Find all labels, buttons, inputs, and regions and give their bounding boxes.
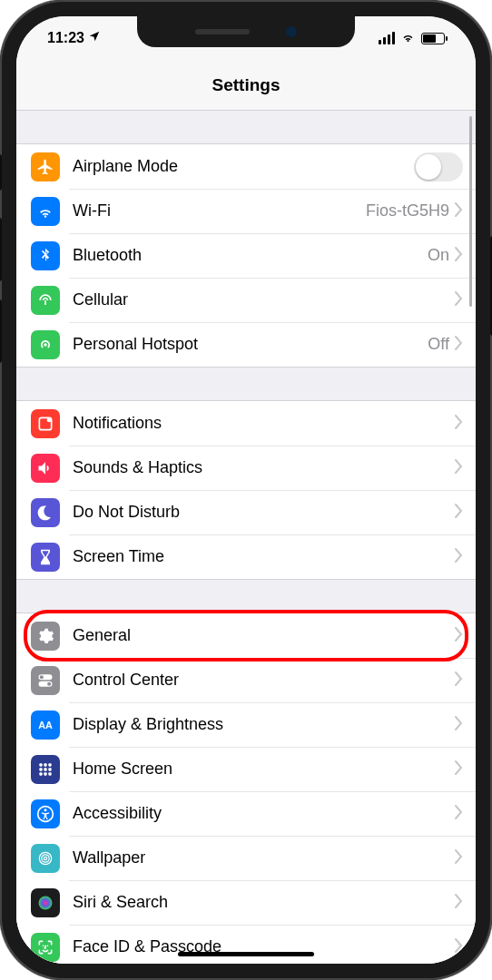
sounds-icon — [31, 454, 60, 483]
row-sounds[interactable]: Sounds & Haptics — [16, 446, 476, 490]
siri-icon — [31, 888, 60, 917]
toggle-airplane[interactable] — [414, 152, 463, 181]
svg-rect-10 — [39, 768, 42, 770]
row-wifi[interactable]: Wi-FiFios-tG5H9 — [16, 189, 476, 233]
wallpaper-icon — [31, 844, 60, 873]
row-label: Accessibility — [73, 804, 455, 823]
row-value: Off — [428, 335, 449, 354]
device-frame: 11:23 Settings Airplane ModeWi-FiFios-tG… — [0, 0, 492, 980]
display-icon: AA — [31, 710, 60, 740]
svg-rect-11 — [44, 768, 46, 770]
chevron-right-icon — [455, 336, 463, 354]
screen: 11:23 Settings Airplane ModeWi-FiFios-tG… — [16, 16, 476, 964]
svg-rect-8 — [44, 763, 46, 766]
row-label: Screen Time — [73, 547, 455, 566]
svg-rect-9 — [48, 763, 51, 766]
row-cellular[interactable]: Cellular — [16, 278, 476, 322]
row-hotspot[interactable]: Personal HotspotOff — [16, 322, 476, 367]
volume-up-button — [0, 218, 2, 281]
row-screentime[interactable]: Screen Time — [16, 534, 476, 579]
row-dnd[interactable]: Do Not Disturb — [16, 490, 476, 534]
status-right — [379, 29, 445, 48]
airplane-icon — [31, 152, 60, 181]
svg-point-21 — [39, 896, 53, 909]
svg-rect-14 — [44, 772, 46, 775]
chevron-right-icon — [455, 716, 463, 734]
page-title: Settings — [212, 75, 280, 95]
status-time: 11:23 — [47, 30, 84, 46]
wifi-status-icon — [400, 29, 416, 48]
svg-text:AA: AA — [38, 720, 53, 730]
row-label: Display & Brightness — [73, 715, 455, 734]
cellular-icon — [31, 286, 60, 315]
speaker — [195, 29, 250, 34]
row-label: Do Not Disturb — [73, 503, 455, 522]
row-faceid[interactable]: Face ID & Passcode — [16, 925, 476, 964]
chevron-right-icon — [455, 894, 463, 912]
controlcenter-icon — [31, 666, 60, 695]
row-accessibility[interactable]: Accessibility — [16, 791, 476, 836]
accessibility-icon — [31, 799, 60, 828]
chevron-right-icon — [455, 760, 463, 779]
chevron-right-icon — [455, 415, 463, 433]
row-value: On — [428, 246, 449, 265]
chevron-right-icon — [455, 504, 463, 522]
chevron-right-icon — [455, 202, 463, 220]
settings-group: GeneralControl CenterAADisplay & Brightn… — [16, 612, 476, 964]
mute-switch — [0, 154, 2, 191]
location-icon — [88, 30, 101, 46]
settings-group: Airplane ModeWi-FiFios-tG5H9BluetoothOnC… — [16, 143, 476, 368]
status-left: 11:23 — [47, 30, 101, 46]
general-icon — [31, 622, 60, 651]
row-label: Sounds & Haptics — [73, 458, 455, 477]
chevron-right-icon — [455, 671, 463, 690]
row-label: Wallpaper — [73, 848, 455, 867]
svg-rect-7 — [39, 763, 42, 766]
svg-point-22 — [43, 945, 44, 946]
row-siri[interactable]: Siri & Search — [16, 880, 476, 925]
chevron-right-icon — [455, 247, 463, 265]
chevron-right-icon — [455, 938, 463, 956]
row-controlcenter[interactable]: Control Center — [16, 658, 476, 702]
svg-point-5 — [47, 681, 51, 685]
homescreen-icon — [31, 755, 60, 784]
bluetooth-icon — [31, 241, 60, 270]
svg-rect-13 — [39, 772, 42, 775]
svg-rect-12 — [48, 768, 51, 770]
cellular-signal-icon — [379, 32, 395, 44]
svg-point-17 — [44, 808, 47, 811]
row-wallpaper[interactable]: Wallpaper — [16, 836, 476, 880]
row-label: Notifications — [73, 414, 455, 433]
row-label: Personal Hotspot — [73, 335, 428, 354]
svg-point-1 — [47, 417, 52, 422]
nav-bar: Settings — [16, 60, 476, 111]
volume-down-button — [0, 299, 2, 363]
settings-list[interactable]: Airplane ModeWi-FiFios-tG5H9BluetoothOnC… — [16, 111, 476, 964]
row-bluetooth[interactable]: BluetoothOn — [16, 233, 476, 278]
row-value: Fios-tG5H9 — [366, 201, 449, 220]
chevron-right-icon — [455, 805, 463, 823]
row-label: Home Screen — [73, 760, 455, 779]
row-label: General — [73, 626, 455, 645]
row-airplane[interactable]: Airplane Mode — [16, 144, 476, 189]
chevron-right-icon — [455, 459, 463, 477]
scroll-indicator — [469, 116, 472, 307]
chevron-right-icon — [455, 849, 463, 867]
notch — [137, 16, 355, 47]
chevron-right-icon — [455, 548, 463, 566]
svg-rect-15 — [48, 772, 51, 775]
row-label: Control Center — [73, 671, 455, 690]
row-general[interactable]: General — [16, 613, 476, 658]
notifications-icon — [31, 409, 60, 438]
wifi-icon — [31, 197, 60, 226]
front-camera — [286, 26, 297, 37]
settings-group: NotificationsSounds & HapticsDo Not Dist… — [16, 400, 476, 580]
svg-point-3 — [40, 675, 44, 679]
svg-point-23 — [47, 945, 49, 946]
row-display[interactable]: AADisplay & Brightness — [16, 702, 476, 747]
row-homescreen[interactable]: Home Screen — [16, 747, 476, 791]
row-notifications[interactable]: Notifications — [16, 401, 476, 446]
screentime-icon — [31, 543, 60, 572]
home-indicator[interactable] — [178, 952, 314, 956]
chevron-right-icon — [455, 627, 463, 645]
